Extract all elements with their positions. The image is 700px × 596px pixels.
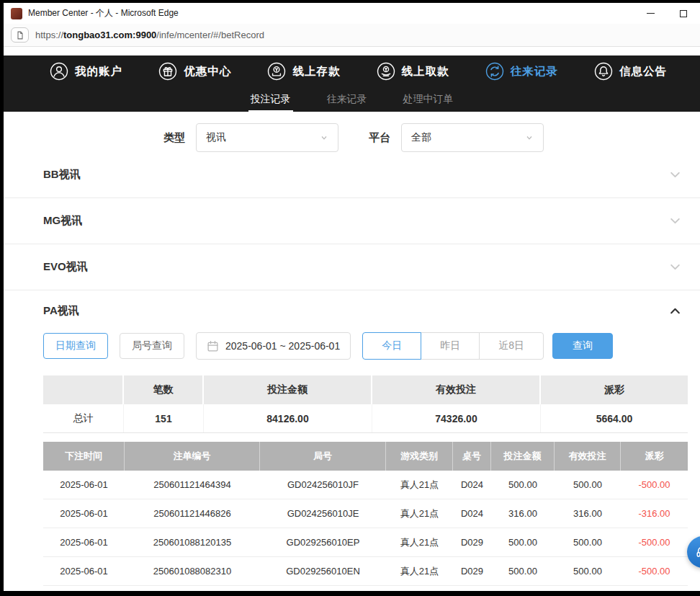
bet-date: 2025-06-01: [43, 471, 125, 499]
summary-valid-bet: 74326.00: [372, 404, 541, 432]
address-bar[interactable]: https://tongbao31.com:9900/infe/mcenter/…: [4, 24, 700, 47]
round-id: GD029256010EN: [260, 557, 386, 585]
valid-bet: 500.00: [555, 557, 621, 585]
chevron-down-icon: [669, 261, 681, 273]
bet-amount: 500.00: [491, 471, 555, 499]
game-type: 真人21点: [386, 471, 453, 499]
table-number: D024: [453, 499, 491, 528]
calendar-icon: [207, 340, 219, 352]
platform-select[interactable]: 全部: [401, 123, 544, 152]
section-bb-video[interactable]: BB视讯: [4, 152, 700, 198]
summary-total-row: 总计 151 84126.00 74326.00 5664.00: [43, 404, 688, 433]
bet-id: 250601121446826: [125, 499, 260, 528]
type-filter-label: 类型: [163, 131, 185, 145]
search-button[interactable]: 查询: [552, 333, 613, 359]
yesterday-button[interactable]: 昨日: [421, 332, 480, 360]
deposit-coin-icon: [267, 62, 286, 81]
records-header-cell: 桌号: [453, 442, 491, 471]
game-type: 真人21点: [386, 557, 453, 585]
date-query-button[interactable]: 日期查询: [43, 333, 108, 359]
url-text: https://tongbao31.com:9900/infe/mcenter/…: [35, 30, 264, 40]
summary-header-cell: 投注金额: [204, 375, 372, 404]
summary-total-label: 总计: [43, 404, 124, 432]
section-mg-video[interactable]: MG视讯: [4, 198, 700, 244]
subtab-transaction-records[interactable]: 往来记录: [325, 87, 369, 112]
section-title: PA视讯: [43, 304, 79, 318]
table-number: D024: [453, 471, 491, 499]
main-navigation: 我的账户 优惠中心 线上存款 线上取款 往来记录 信息公告: [4, 55, 700, 87]
records-header-cell: 游戏类别: [386, 442, 453, 471]
nav-item-promotions[interactable]: 优惠中心: [158, 62, 231, 81]
payout: -500.00: [621, 471, 688, 499]
platform-filter-label: 平台: [369, 131, 390, 145]
bet-amount: 500.00: [491, 557, 555, 585]
bet-id: 250601088082310: [125, 557, 260, 585]
round-id: GD024256010JE: [260, 499, 386, 528]
table-row: 2025-06-01 250601088082310 GD029256010EN…: [43, 557, 688, 586]
nav-item-label: 信息公告: [619, 64, 667, 79]
section-pa-header[interactable]: PA视讯: [4, 290, 700, 331]
valid-bet: 316.00: [555, 499, 621, 528]
payout: -500.00: [621, 557, 688, 585]
maximize-button[interactable]: [667, 3, 700, 24]
summary-header-cell: 笔数: [124, 375, 204, 404]
caret-down-icon: [525, 133, 534, 142]
summary-count: 151: [124, 404, 204, 432]
records-header-cell: 有效投注: [555, 442, 621, 471]
records-header-cell: 下注时间: [43, 442, 125, 471]
nav-item-transaction-records[interactable]: 往来记录: [485, 62, 558, 81]
summary-bet-amount: 84126.00: [204, 404, 372, 432]
table-number: D029: [453, 557, 491, 585]
payout: -316.00: [621, 499, 688, 528]
round-id: GD024256010JF: [260, 471, 386, 499]
table-row: 2025-06-01 250601088120135 GD029256010EP…: [43, 528, 688, 557]
records-header-cell: 局号: [260, 442, 386, 471]
game-type: 真人21点: [386, 499, 453, 528]
valid-bet: 500.00: [555, 471, 621, 499]
summary-header-cell: 派彩: [541, 375, 688, 404]
platform-select-value: 全部: [411, 131, 525, 144]
bet-id: 250601088120135: [125, 528, 260, 556]
date-range-picker[interactable]: 2025-06-01 ~ 2025-06-01: [196, 332, 351, 360]
nav-item-online-deposit[interactable]: 线上存款: [267, 62, 340, 81]
chevron-up-icon: [669, 305, 681, 317]
quick-range-group: 今日 昨日 近8日: [362, 332, 544, 360]
records-table: 下注时间 注单编号 局号 游戏类别 桌号 投注金额 有效投注 派彩 2025-0…: [43, 442, 688, 586]
withdraw-coin-icon: [377, 62, 395, 81]
bell-icon: [594, 62, 613, 81]
subtab-bet-records[interactable]: 投注记录: [248, 87, 293, 112]
summary-table: 笔数 投注金额 有效投注 派彩 总计 151 84126.00 74326.00…: [43, 375, 688, 433]
bet-date: 2025-06-01: [43, 499, 125, 528]
summary-header-cell: [43, 375, 124, 404]
type-select[interactable]: 视讯: [196, 123, 338, 152]
section-title: BB视讯: [43, 168, 81, 182]
subtab-processing-orders[interactable]: 处理中订单: [401, 87, 456, 112]
minimize-button[interactable]: [634, 3, 667, 24]
section-title: EVO视讯: [43, 260, 88, 274]
last-8-days-button[interactable]: 近8日: [479, 332, 544, 360]
subtab-label: 投注记录: [251, 93, 291, 106]
round-query-button[interactable]: 局号查询: [120, 333, 184, 359]
window-title: Member Center - 个人 - Microsoft Edge: [28, 7, 179, 19]
subtab-label: 往来记录: [327, 93, 367, 106]
nav-item-my-account[interactable]: 我的账户: [50, 62, 122, 81]
records-header-row: 下注时间 注单编号 局号 游戏类别 桌号 投注金额 有效投注 派彩: [43, 442, 688, 471]
nav-item-online-withdrawal[interactable]: 线上取款: [377, 62, 449, 81]
nav-item-label: 优惠中心: [184, 64, 231, 79]
page-top-gap: [4, 47, 700, 55]
nav-item-announcements[interactable]: 信息公告: [594, 62, 667, 81]
table-row: 2025-06-01 250601121464394 GD024256010JF…: [43, 471, 688, 499]
caret-down-icon: [320, 133, 328, 142]
valid-bet: 500.00: [555, 528, 621, 556]
today-button[interactable]: 今日: [362, 332, 421, 360]
site-info-icon[interactable]: [11, 27, 29, 43]
chevron-down-icon: [669, 169, 681, 181]
nav-item-label: 我的账户: [75, 64, 122, 79]
section-evo-video[interactable]: EVO视讯: [4, 244, 700, 290]
summary-header-row: 笔数 投注金额 有效投注 派彩: [43, 375, 688, 404]
filter-row: 类型 视讯 平台 全部: [4, 123, 700, 152]
chevron-down-icon: [669, 215, 681, 227]
section-title: MG视讯: [43, 214, 82, 228]
table-number: D029: [453, 528, 491, 556]
nav-item-label: 线上存款: [292, 64, 340, 79]
